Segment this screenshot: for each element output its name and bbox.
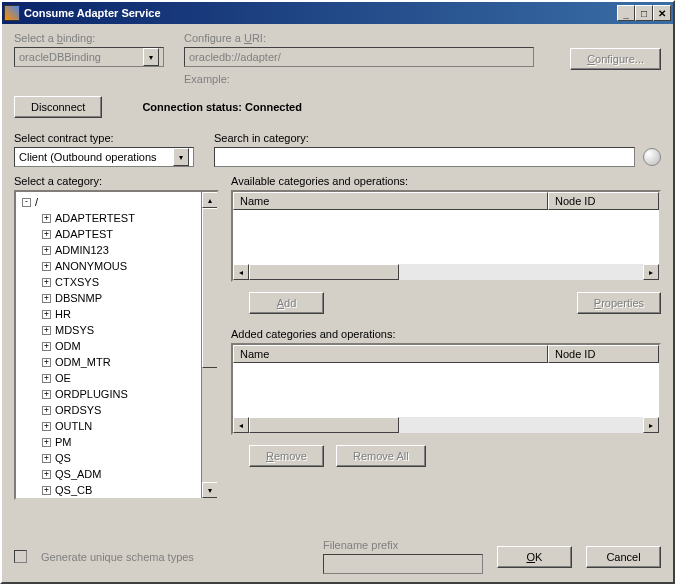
binding-label: Select a binding: [14,32,164,44]
search-label: Search in category: [214,132,661,144]
available-col-name[interactable]: Name [233,192,548,210]
chevron-down-icon[interactable] [173,148,189,166]
tree-item-label: HR [55,308,71,320]
connection-status: Connection status: Connected [142,101,302,113]
search-icon[interactable] [643,148,661,166]
expand-icon[interactable]: + [42,214,51,223]
tree-item-label: ORDPLUGINS [55,388,128,400]
search-input[interactable] [214,147,635,167]
scroll-thumb[interactable] [202,208,218,368]
expand-icon[interactable]: + [42,262,51,271]
tree-item-label: ODM_MTR [55,356,111,368]
tree-item[interactable]: +MDSYS [18,322,215,338]
available-col-nodeid[interactable]: Node ID [548,192,659,210]
expand-icon[interactable]: + [42,278,51,287]
tree-item[interactable]: +HR [18,306,215,322]
tree-item[interactable]: +PM [18,434,215,450]
tree-item-label: ADMIN123 [55,244,109,256]
expand-icon[interactable]: + [42,310,51,319]
contract-combo[interactable]: Client (Outbound operations [14,147,194,167]
chevron-down-icon [143,48,159,66]
collapse-icon[interactable]: - [22,198,31,207]
scroll-hthumb[interactable] [249,264,399,280]
tree-item[interactable]: +OE [18,370,215,386]
expand-icon[interactable]: + [42,470,51,479]
tree-item[interactable]: +ODM_MTR [18,354,215,370]
cancel-button[interactable]: Cancel [586,546,661,568]
tree-item[interactable]: +QS [18,450,215,466]
tree-item-label: ORDSYS [55,404,101,416]
tree-item[interactable]: +ADAPTERTEST [18,210,215,226]
category-tree[interactable]: - / +ADAPTERTEST+ADAPTEST+ADMIN123+ANONY… [14,190,219,500]
remove-all-button: Remove All [336,445,426,467]
tree-item[interactable]: +ADAPTEST [18,226,215,242]
added-col-name[interactable]: Name [233,345,548,363]
tree-item-label: PM [55,436,72,448]
tree-item-label: OE [55,372,71,384]
added-col-nodeid[interactable]: Node ID [548,345,659,363]
expand-icon[interactable]: + [42,246,51,255]
tree-item[interactable]: +QS_CB [18,482,215,498]
tree-item[interactable]: +ODM [18,338,215,354]
tree-item[interactable]: +OUTLN [18,418,215,434]
expand-icon[interactable]: + [42,486,51,495]
expand-icon[interactable]: + [42,342,51,351]
expand-icon[interactable]: + [42,390,51,399]
expand-icon[interactable]: + [42,438,51,447]
scroll-left-icon[interactable]: ◂ [233,264,249,280]
expand-icon[interactable]: + [42,326,51,335]
expand-icon[interactable]: + [42,374,51,383]
close-button[interactable]: ✕ [653,5,671,21]
scroll-hthumb[interactable] [249,417,399,433]
tree-item-label: ADAPTEST [55,228,113,240]
tree-item[interactable]: +QS_ADM [18,466,215,482]
tree-item[interactable]: +ORDPLUGINS [18,386,215,402]
uri-label: Configure a URI: [184,32,550,44]
available-hscrollbar[interactable]: ◂ ▸ [233,264,659,280]
added-hscrollbar[interactable]: ◂ ▸ [233,417,659,433]
maximize-button[interactable]: □ [635,5,653,21]
tree-scrollbar[interactable]: ▴ ▾ [201,192,217,498]
contract-label: Select contract type: [14,132,194,144]
disconnect-button[interactable]: Disconnect [14,96,102,118]
tree-item[interactable]: +ORDSYS [18,402,215,418]
tree-item-label: OUTLN [55,420,92,432]
expand-icon[interactable]: + [42,454,51,463]
tree-item[interactable]: +DBSNMP [18,290,215,306]
available-label: Available categories and operations: [231,175,661,187]
scroll-right-icon[interactable]: ▸ [643,417,659,433]
tree-item-label: QS [55,452,71,464]
scroll-right-icon[interactable]: ▸ [643,264,659,280]
tree-item-label: ANONYMOUS [55,260,127,272]
tree-item[interactable]: +ADMIN123 [18,242,215,258]
window-title: Consume Adapter Service [24,7,617,19]
tree-item[interactable]: +CTXSYS [18,274,215,290]
filename-input [323,554,483,574]
added-listview[interactable]: Name Node ID ◂ ▸ [231,343,661,435]
minimize-button[interactable]: _ [617,5,635,21]
scroll-up-icon[interactable]: ▴ [202,192,218,208]
expand-icon[interactable]: + [42,230,51,239]
app-icon [4,5,20,21]
expand-icon[interactable]: + [42,358,51,367]
titlebar: Consume Adapter Service _ □ ✕ [2,2,673,24]
scroll-left-icon[interactable]: ◂ [233,417,249,433]
ok-button[interactable]: OK [497,546,572,568]
expand-icon[interactable]: + [42,406,51,415]
tree-item-label: ADAPTERTEST [55,212,135,224]
tree-item-label: CTXSYS [55,276,99,288]
expand-icon[interactable]: + [42,422,51,431]
binding-value: oracleDBBinding [19,51,101,63]
tree-item[interactable]: +ANONYMOUS [18,258,215,274]
scroll-down-icon[interactable]: ▾ [202,482,218,498]
binding-combo: oracleDBBinding [14,47,164,67]
remove-button: Remove [249,445,324,467]
example-label: Example: [184,73,550,85]
available-listview[interactable]: Name Node ID ◂ ▸ [231,190,661,282]
uri-value: oracledb://adapter/ [189,51,281,63]
properties-button: Properties [577,292,661,314]
configure-button: Configure... [570,48,661,70]
expand-icon[interactable]: + [42,294,51,303]
tree-root[interactable]: - / [18,194,215,210]
filename-label: Filename prefix [323,539,483,551]
